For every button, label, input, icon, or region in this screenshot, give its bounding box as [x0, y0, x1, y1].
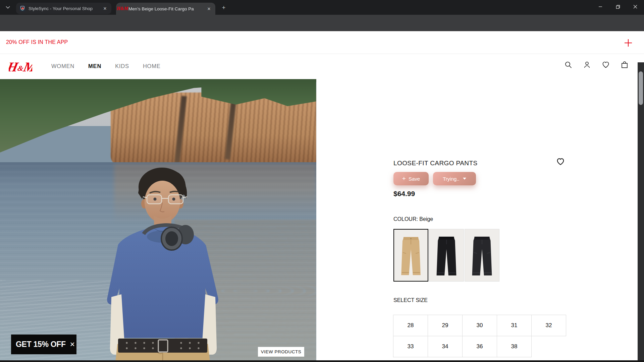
- tab-strip: StyleSync - Your Personal Shop ✕ H&M Men…: [0, 0, 644, 15]
- close-window-icon[interactable]: [627, 0, 644, 13]
- browser-toolbar: www2.hm.com/en_ca/productpage.1317349003…: [0, 15, 644, 31]
- trying-dropdown-button[interactable]: Trying..: [433, 172, 476, 185]
- svg-text:H&M: H&M: [9, 59, 32, 74]
- tab-hm-product[interactable]: H&M Men’s Beige Loose-Fit Cargo Pa ✕: [116, 3, 215, 15]
- chevron-down-icon: [463, 178, 466, 180]
- save-button-label: Save: [409, 176, 420, 182]
- nav-item-home[interactable]: HOME: [143, 63, 161, 69]
- nav-item-women[interactable]: WOMEN: [51, 63, 74, 69]
- hm-page: 20% OFF IS IN THE APP H&M WOMEN MEN KIDS…: [0, 31, 644, 362]
- plus-icon: +: [402, 175, 406, 182]
- wishlist-icon[interactable]: [602, 61, 610, 69]
- swatch-dark-grey[interactable]: [465, 229, 499, 282]
- colour-label: COLOUR: Beige: [393, 216, 433, 222]
- search-icon[interactable]: [564, 61, 572, 69]
- view-products-button[interactable]: VIEW PRODUCTS: [258, 347, 304, 357]
- account-icon[interactable]: [583, 61, 591, 69]
- hm-logo-icon: H&M: [119, 6, 125, 12]
- promo-popup-text: GET 15% OFF: [16, 340, 66, 349]
- screen-bottom-edge: [0, 360, 644, 362]
- main-nav: WOMEN MEN KIDS HOME: [51, 63, 161, 69]
- promo-bar-text[interactable]: 20% OFF IS IN THE APP: [6, 39, 68, 45]
- size-option[interactable]: 29: [428, 315, 463, 336]
- promo-popup[interactable]: GET 15% OFF ✕: [11, 335, 76, 354]
- size-option[interactable]: 34: [428, 336, 463, 357]
- new-tab-icon[interactable]: +: [220, 4, 227, 11]
- product-title: LOOSE-FIT CARGO PANTS: [393, 160, 478, 167]
- browser-chrome: StyleSync - Your Personal Shop ✕ H&M Men…: [0, 0, 644, 31]
- size-option[interactable]: 33: [393, 336, 428, 357]
- site-header: H&M WOMEN MEN KIDS HOME: [0, 54, 644, 79]
- save-button[interactable]: + Save: [393, 172, 429, 185]
- nav-item-kids[interactable]: KIDS: [115, 63, 129, 69]
- size-grid: 28 29 30 31 32 33 34 36 38: [393, 315, 566, 357]
- close-tab-icon[interactable]: ✕: [206, 6, 212, 12]
- swatch-beige[interactable]: [393, 229, 428, 282]
- hm-logo[interactable]: H&M: [9, 58, 32, 75]
- size-option[interactable]: 30: [462, 315, 497, 336]
- promo-bar: 20% OFF IS IN THE APP: [0, 31, 644, 54]
- size-option[interactable]: 32: [531, 315, 566, 336]
- swatch-black[interactable]: [429, 229, 464, 282]
- promo-popup-close-icon[interactable]: ✕: [70, 341, 75, 348]
- product-panel: LOOSE-FIT CARGO PANTS + Save Trying.. $6…: [393, 79, 566, 362]
- tab-stylesync[interactable]: StyleSync - Your Personal Shop ✕: [16, 3, 111, 14]
- tab-search-chevron-icon[interactable]: [3, 2, 13, 12]
- size-option[interactable]: 38: [497, 336, 532, 357]
- size-option[interactable]: 31: [497, 315, 532, 336]
- bag-icon[interactable]: [621, 61, 629, 69]
- minimize-window-icon[interactable]: [592, 0, 609, 13]
- stylesync-shield-icon: [19, 5, 25, 11]
- extension-button-row: + Save Trying..: [393, 172, 476, 185]
- photo-person: [0, 79, 316, 362]
- nav-item-men[interactable]: MEN: [88, 63, 101, 69]
- page-scrollbar[interactable]: [638, 62, 644, 362]
- wishlist-heart-icon[interactable]: [556, 157, 566, 167]
- size-option[interactable]: 28: [393, 315, 428, 336]
- select-size-label: SELECT SIZE: [393, 297, 428, 303]
- scrollbar-thumb[interactable]: [639, 71, 643, 105]
- promo-expand-plus-icon[interactable]: [624, 39, 633, 47]
- colour-swatches: [393, 229, 499, 282]
- restore-window-icon[interactable]: [609, 0, 627, 13]
- tab-title: Men’s Beige Loose-Fit Cargo Pa: [128, 6, 206, 11]
- product-photo: [0, 79, 316, 362]
- tab-title: StyleSync - Your Personal Shop: [29, 6, 102, 11]
- close-tab-icon[interactable]: ✕: [102, 5, 108, 11]
- size-option[interactable]: 36: [462, 336, 497, 357]
- product-price: $64.99: [393, 190, 415, 198]
- trying-button-label: Trying..: [443, 176, 459, 182]
